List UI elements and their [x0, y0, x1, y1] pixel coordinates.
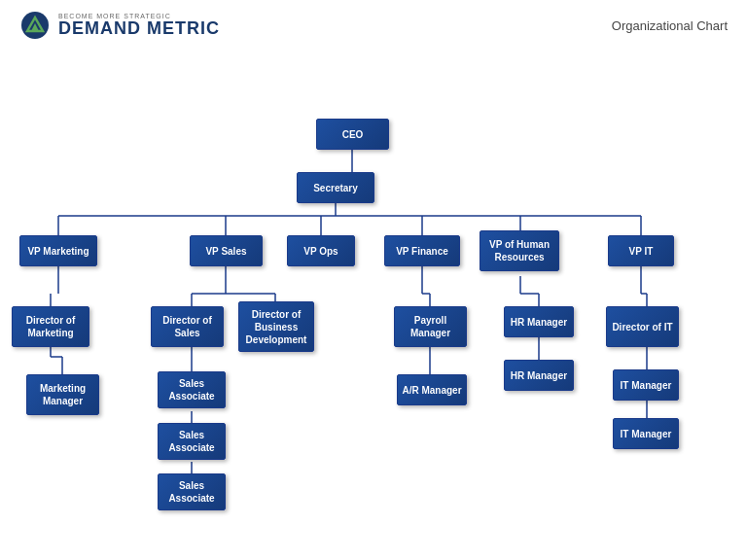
vp-finance-box: VP Finance [384, 235, 460, 266]
logo-text-area: Become More Strategic DEMAND METRIC [58, 13, 220, 39]
vp-hr-box: VP of Human Resources [480, 230, 559, 271]
page-title: Organizational Chart [612, 18, 728, 33]
vp-marketing-box: VP Marketing [19, 235, 97, 266]
header: Become More Strategic DEMAND METRIC Orga… [0, 0, 747, 41]
sales-associate-1-box: Sales Associate [158, 371, 226, 408]
ar-manager-box: A/R Manager [397, 374, 467, 405]
ceo-box: CEO [316, 119, 389, 150]
it-manager-2-box: IT Manager [613, 418, 679, 449]
sales-associate-3-box: Sales Associate [158, 473, 226, 510]
director-sales-box: Director of Sales [151, 306, 224, 347]
it-manager-1-box: IT Manager [613, 369, 679, 401]
hr-manager-1-box: HR Manager [504, 306, 574, 337]
marketing-manager-box: Marketing Manager [26, 374, 99, 415]
secretary-box: Secretary [297, 172, 374, 203]
vp-ops-box: VP Ops [287, 235, 355, 266]
payroll-manager-box: Payroll Manager [394, 306, 467, 347]
hr-manager-2-box: HR Manager [504, 360, 574, 391]
logo-name: DEMAND METRIC [58, 19, 220, 39]
org-chart: CEO Secretary VP Marketing VP Sales VP O… [0, 46, 747, 551]
logo-area: Become More Strategic DEMAND METRIC [19, 10, 220, 41]
vp-it-box: VP IT [608, 235, 674, 266]
demand-metric-logo-icon [19, 10, 51, 41]
sales-associate-2-box: Sales Associate [158, 423, 226, 460]
vp-sales-box: VP Sales [190, 235, 263, 266]
director-biz-dev-box: Director of Business Development [238, 301, 314, 352]
director-it-box: Director of IT [606, 306, 679, 347]
director-marketing-box: Director of Marketing [12, 306, 89, 347]
